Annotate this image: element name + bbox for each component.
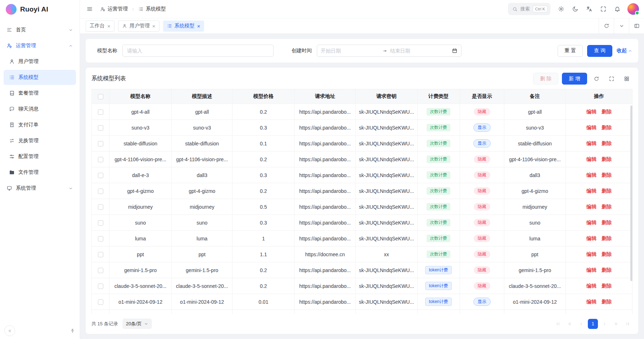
breadcrumb-item[interactable]: 运营管理	[100, 6, 128, 12]
hamburger-menu-icon[interactable]	[84, 3, 96, 15]
page-size-select[interactable]: 20条/页	[122, 318, 152, 329]
delete-link[interactable]: 删除	[602, 172, 612, 178]
collapse-filter-link[interactable]: 收起	[617, 48, 632, 54]
refresh-page-icon[interactable]	[599, 18, 614, 33]
visibility-tag: 隐藏	[474, 250, 490, 258]
select-all-checkbox[interactable]	[98, 94, 103, 99]
settings-icon[interactable]	[555, 3, 567, 15]
delete-link[interactable]: 删除	[602, 125, 612, 130]
table-refresh-icon[interactable]	[591, 73, 602, 85]
pin-icon[interactable]	[70, 328, 75, 334]
edit-link[interactable]: 编辑	[586, 235, 596, 241]
table-fullscreen-icon[interactable]	[606, 73, 617, 85]
delete-link[interactable]: 删除	[602, 109, 612, 114]
row-checkbox[interactable]	[98, 157, 103, 162]
current-page[interactable]: 1	[588, 319, 598, 329]
cell-request-url: https://api.pandarobo...	[294, 152, 356, 167]
table-row: suno-v3suno-v30.3https://api.pandarobo..…	[91, 120, 632, 136]
tab-close-icon[interactable]: ×	[197, 23, 201, 29]
delete-link[interactable]: 删除	[602, 156, 612, 162]
language-icon[interactable]	[583, 3, 595, 15]
sidebar-item[interactable]: 用户管理	[4, 54, 76, 69]
sidebar-section[interactable]: 系统管理	[4, 181, 76, 196]
fullscreen-icon[interactable]	[597, 3, 609, 15]
edit-link[interactable]: 编辑	[586, 172, 596, 178]
edit-link[interactable]: 编辑	[586, 156, 596, 162]
row-checkbox[interactable]	[98, 220, 103, 226]
row-checkbox[interactable]	[98, 299, 103, 305]
sidebar-item[interactable]: 套餐管理	[4, 86, 76, 101]
sidebar-item[interactable]: 聊天消息	[4, 101, 76, 117]
tab-item[interactable]: 用户管理×	[118, 21, 159, 32]
edit-link[interactable]: 编辑	[586, 125, 596, 130]
vertical-scrollbar[interactable]	[630, 105, 632, 281]
row-checkbox[interactable]	[98, 284, 103, 289]
start-date-input[interactable]	[321, 48, 380, 54]
prev-jump-icon[interactable]	[565, 319, 575, 329]
first-page-icon[interactable]	[553, 319, 563, 329]
tab-item[interactable]: 系统模型×	[163, 21, 204, 32]
edit-link[interactable]: 编辑	[586, 267, 596, 273]
layout-toggle-icon[interactable]	[629, 18, 644, 33]
delete-link[interactable]: 删除	[602, 283, 612, 289]
delete-link[interactable]: 删除	[602, 188, 612, 194]
edit-link[interactable]: 编辑	[586, 220, 596, 225]
row-checkbox[interactable]	[98, 125, 103, 131]
sidebar-item[interactable]: 系统模型	[4, 70, 76, 85]
row-checkbox[interactable]	[98, 236, 103, 241]
sidebar-collapse-button[interactable]	[4, 325, 15, 336]
row-checkbox[interactable]	[98, 252, 103, 257]
chevron-up-icon	[628, 49, 632, 53]
date-range-picker[interactable]	[317, 45, 461, 57]
edit-link[interactable]: 编辑	[586, 140, 596, 146]
model-name-input[interactable]	[122, 45, 274, 57]
cell-model-name: dall-e-3	[109, 167, 172, 183]
sidebar-section[interactable]: 运营管理	[4, 38, 76, 53]
tab-close-icon[interactable]: ×	[107, 23, 111, 29]
edit-link[interactable]: 编辑	[586, 109, 596, 114]
delete-link[interactable]: 删除	[602, 299, 612, 304]
row-checkbox[interactable]	[98, 109, 103, 115]
column-settings-icon[interactable]	[621, 73, 632, 85]
delete-link[interactable]: 删除	[602, 267, 612, 273]
edit-link[interactable]: 编辑	[586, 188, 596, 194]
last-page-icon[interactable]	[622, 319, 632, 329]
tab-item[interactable]: 工作台×	[86, 21, 114, 32]
delete-link[interactable]: 删除	[602, 204, 612, 209]
row-checkbox[interactable]	[98, 268, 103, 273]
batch-delete-button[interactable]: 删 除	[533, 73, 558, 85]
edit-link[interactable]: 编辑	[586, 204, 596, 209]
prev-page-icon[interactable]	[576, 319, 586, 329]
logo[interactable]: Ruoyi AI	[0, 0, 80, 19]
sidebar-item[interactable]: 支付订单	[4, 117, 76, 132]
sidebar-item[interactable]: 兑换管理	[4, 133, 76, 148]
row-checkbox[interactable]	[98, 189, 103, 194]
end-date-input[interactable]	[390, 48, 449, 54]
edit-link[interactable]: 编辑	[586, 299, 596, 304]
row-checkbox[interactable]	[98, 204, 103, 210]
sidebar-item[interactable]: 配置管理	[4, 149, 76, 164]
next-jump-icon[interactable]	[611, 319, 621, 329]
dark-mode-icon[interactable]	[569, 3, 581, 15]
breadcrumb-item[interactable]: 系统模型	[138, 6, 166, 12]
edit-link[interactable]: 编辑	[586, 283, 596, 289]
notifications-icon[interactable]	[611, 3, 623, 15]
query-button[interactable]: 查 询	[587, 45, 612, 57]
edit-link[interactable]: 编辑	[586, 251, 596, 257]
tab-close-icon[interactable]: ×	[152, 23, 156, 29]
delete-link[interactable]: 删除	[602, 140, 612, 146]
billing-type-tag: token计费	[425, 266, 451, 274]
user-avatar[interactable]	[627, 3, 639, 15]
row-checkbox[interactable]	[98, 141, 103, 146]
delete-link[interactable]: 删除	[602, 251, 612, 257]
tab-menu-icon[interactable]	[614, 18, 629, 33]
delete-link[interactable]: 删除	[602, 220, 612, 225]
sidebar-section[interactable]: 首页	[4, 22, 76, 37]
sidebar-item[interactable]: 文件管理	[4, 165, 76, 180]
global-search[interactable]: 搜索 Ctrl K	[508, 3, 551, 15]
delete-link[interactable]: 删除	[602, 235, 612, 241]
reset-button[interactable]: 重 置	[558, 45, 583, 57]
row-checkbox[interactable]	[98, 173, 103, 178]
next-page-icon[interactable]	[599, 319, 609, 329]
add-button[interactable]: 新 增	[562, 73, 587, 85]
